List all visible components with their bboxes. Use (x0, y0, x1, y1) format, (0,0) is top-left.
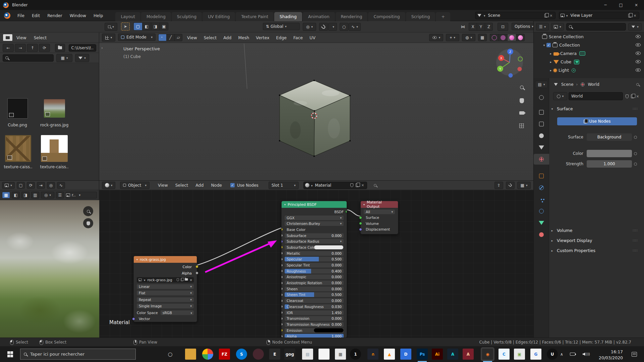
viewport-menu-item[interactable]: Edge (273, 35, 290, 40)
animate-dot-icon[interactable] (634, 136, 637, 139)
target-dropdown[interactable]: All (361, 209, 398, 215)
world-shield-icon[interactable] (624, 94, 630, 99)
taskbar-app-icon[interactable]: C (499, 349, 510, 360)
workspace-tab[interactable]: Shading (274, 12, 302, 21)
pin-icon[interactable] (374, 184, 376, 187)
taskbar-app-icon[interactable] (185, 349, 196, 360)
output-input-row[interactable]: Volume (361, 221, 398, 227)
world-unlink-icon[interactable]: × (635, 94, 640, 99)
grid-options-dropdown[interactable]: ▦ (517, 182, 531, 189)
viewport-menu-item[interactable]: Add (220, 35, 235, 40)
annotate-tool-dropdown[interactable] (105, 23, 117, 31)
mirror-axis-button[interactable]: X (469, 23, 477, 31)
visibility-eye-icon[interactable] (636, 43, 641, 48)
filter-dropdown[interactable] (75, 54, 89, 62)
principled-bsdf-node[interactable]: Principled BSDF BSDF GGX (281, 201, 347, 338)
viewport-menu-item[interactable]: Face (290, 35, 306, 40)
taskbar-app-icon[interactable] (318, 349, 330, 360)
image-zoom-in-icon[interactable] (83, 206, 93, 216)
display-mode-dropdown[interactable]: ▦ (56, 54, 72, 62)
viewport-menu-item[interactable]: Mesh (235, 35, 252, 40)
unlink-material-icon[interactable]: × (360, 183, 365, 188)
overlays-dropdown[interactable]: ◍ (462, 34, 475, 41)
taskbar-app-icon[interactable] (202, 349, 213, 360)
uv-mode-icon-3[interactable]: ▥ (31, 192, 39, 198)
image-tool-icon-2[interactable]: ⟳ (27, 182, 35, 189)
properties-pin-icon[interactable] (636, 83, 639, 86)
vertex-select-icon[interactable]: ⠂ (158, 34, 166, 41)
outliner-row[interactable]: ▸ ✓ Camera (534, 49, 644, 58)
select-extend-icon[interactable]: ◧ (142, 22, 151, 31)
collapsed-section-header[interactable]: ▸Custom Properties∷∷ (550, 248, 641, 253)
bsdf-row[interactable]: Christensen-Burley (282, 221, 347, 227)
shader-menu-item[interactable]: Node (207, 183, 226, 188)
shader-editor-type-icon[interactable] (102, 182, 115, 189)
projection-dropdown[interactable]: Flat (134, 290, 197, 297)
editor-type-icon[interactable] (102, 34, 115, 42)
properties-tab[interactable] (534, 229, 549, 240)
properties-tab[interactable] (534, 130, 549, 141)
bsdf-row[interactable]: Subsurface Radius (282, 238, 347, 244)
back-icon[interactable]: ← (3, 44, 14, 52)
properties-tab[interactable] (534, 119, 549, 129)
blender-menu-icon[interactable] (4, 12, 10, 19)
proportional-falloff-dropdown[interactable]: ∿ (349, 23, 361, 31)
taskbar-app-icon[interactable]: Ps (417, 349, 428, 360)
copy-material-icon[interactable] (355, 183, 360, 188)
bsdf-row[interactable]: Clearcoat 0.000 (282, 298, 347, 304)
new-view-layer-button[interactable] (627, 13, 632, 18)
workspace-tab[interactable]: + (436, 12, 450, 21)
mirror-axis-button[interactable]: Y (477, 23, 485, 31)
taskbar-app-icon[interactable]: ▦ (335, 349, 346, 360)
go-parent-node-icon[interactable]: ⇧ (494, 182, 503, 189)
outliner-display-mode-icon[interactable] (551, 23, 564, 31)
options-dropdown[interactable]: Options (512, 23, 536, 30)
input-socket[interactable] (359, 222, 362, 225)
image-tool-icon-1[interactable]: ▢ (17, 182, 25, 189)
world-copy-icon[interactable] (630, 94, 635, 99)
properties-tab[interactable] (534, 182, 549, 193)
outliner-editor-type-icon[interactable]: ☰ (536, 23, 549, 31)
taskbar-app-icon[interactable]: Ai (432, 349, 443, 360)
bsdf-row[interactable]: Transmission Roughness 0.000 (282, 321, 347, 327)
outliner-row[interactable]: ▸ ✓ Cube (534, 58, 644, 66)
object-data-icon[interactable] (579, 51, 585, 56)
image-texture-node[interactable]: rock-grass.jpg Color Alpha rock-grass.jp… (133, 256, 197, 322)
taskbar-app-icon[interactable] (253, 349, 264, 360)
file-search-input[interactable] (3, 54, 54, 62)
viewport-menu-item[interactable]: Select (200, 35, 220, 40)
taskbar-app-icon[interactable]: ◯ (165, 349, 176, 360)
color-swatch[interactable] (314, 328, 344, 333)
alpha-output-socket[interactable] (195, 272, 198, 275)
surface-value-dropdown[interactable]: Background (587, 133, 632, 141)
extension-dropdown[interactable]: Repeat (134, 296, 197, 303)
bsdf-row[interactable]: Metallic 0.000 (282, 250, 347, 256)
bsdf-node-header[interactable]: Principled BSDF (282, 201, 347, 208)
animate-dot-icon[interactable] (634, 163, 637, 166)
collection-checkbox[interactable]: ✓ (546, 43, 551, 47)
outliner-search-input[interactable] (566, 23, 626, 31)
new-folder-icon[interactable] (55, 44, 65, 52)
menubar-item[interactable]: Window (66, 13, 90, 18)
viewport-3d[interactable]: User Perspective (1) Cube › (99, 43, 533, 180)
taskbar-app-icon[interactable]: S (236, 349, 247, 360)
shader-menu-item[interactable]: Add (192, 183, 207, 188)
properties-tab[interactable] (534, 171, 549, 181)
viewport-pan-icon[interactable] (517, 96, 526, 105)
image-falloff-icon[interactable]: ∿ (57, 182, 65, 189)
output-node-header[interactable]: Material Output (361, 201, 398, 208)
pivot-dropdown[interactable]: ◎ (41, 192, 54, 198)
material-output-node[interactable]: Material Output All Surface Volume Displ… (360, 201, 398, 234)
battery-icon[interactable] (570, 346, 575, 362)
workspace-tab[interactable]: Texture Paint (236, 12, 274, 21)
uv-mode-icon-1[interactable]: ◧ (12, 192, 20, 198)
properties-tab[interactable] (534, 107, 549, 118)
shader-menu-item[interactable]: Select (172, 183, 192, 188)
outliner-row[interactable]: ▸ ✓ Light (534, 66, 644, 74)
input-socket[interactable] (281, 246, 283, 249)
taskbar-app-icon[interactable]: gog (284, 349, 295, 360)
use-nodes-button[interactable]: Use Nodes (557, 117, 637, 125)
outliner-filter-icon[interactable] (628, 23, 642, 31)
uv-mode-icon-2[interactable]: ◨ (21, 192, 30, 198)
bsdf-row[interactable]: Sheen 0.000 (282, 286, 347, 292)
